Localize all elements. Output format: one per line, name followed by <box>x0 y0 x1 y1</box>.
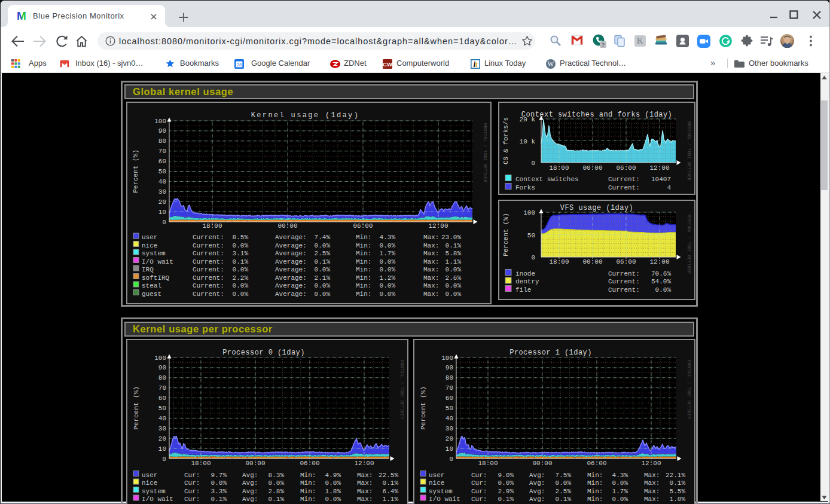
svg-text:0: 0 <box>162 456 166 463</box>
svg-text:VFS usage (1day): VFS usage (1day) <box>560 204 633 212</box>
svg-text:Min:: Min: <box>300 488 316 495</box>
svg-text:Avg:: Avg: <box>242 472 258 479</box>
svg-text:Min:: Min: <box>356 274 371 282</box>
svg-text:0.1%: 0.1% <box>233 258 249 265</box>
svg-text:0.0%: 0.0% <box>315 291 331 298</box>
svg-text:Cur:: Cur: <box>184 479 200 487</box>
svg-text:18:00: 18:00 <box>202 222 222 230</box>
svg-text:lt: lt <box>474 60 478 69</box>
svg-text:nice: nice <box>142 242 157 249</box>
svg-text:Current:: Current: <box>193 258 224 265</box>
svg-text:Current:: Current: <box>193 242 224 249</box>
svg-text:0.0%: 0.0% <box>445 266 462 273</box>
svg-text:00:00: 00:00 <box>532 460 552 467</box>
svg-text:Max:: Max: <box>423 234 439 241</box>
svg-text:0.0%: 0.0% <box>315 242 331 249</box>
svg-text:Cur:: Cur: <box>471 488 487 495</box>
svg-text:0.1%: 0.1% <box>498 496 514 503</box>
svg-text:Min:: Min: <box>356 266 371 273</box>
svg-text:Average:: Average: <box>275 242 307 249</box>
svg-text:Min:: Min: <box>300 496 316 503</box>
svg-text:0.0%: 0.0% <box>325 479 341 487</box>
svg-text:RRDTOOL / TOBI OETIKER: RRDTOOL / TOBI OETIKER <box>686 215 691 274</box>
svg-text:0.0%: 0.0% <box>233 266 249 273</box>
svg-text:2.6%: 2.6% <box>445 274 462 282</box>
svg-text:23.0%: 23.0% <box>441 234 461 241</box>
svg-text:0.0%: 0.0% <box>655 286 672 294</box>
svg-text:Context switches and forks (1: Context switches and forks (1day) <box>521 111 673 119</box>
svg-text:2.5%: 2.5% <box>556 488 572 495</box>
svg-text:0.0%: 0.0% <box>233 282 249 289</box>
svg-text:Context switches: Context switches <box>515 176 579 183</box>
svg-text:Min:: Min: <box>356 250 371 257</box>
svg-text:12:00: 12:00 <box>428 222 448 230</box>
svg-text:10 k: 10 k <box>520 138 536 145</box>
svg-text:0.0%: 0.0% <box>612 496 628 503</box>
svg-text:Min:: Min: <box>356 282 371 289</box>
svg-text:guest: guest <box>142 291 161 298</box>
svg-text:0.1%: 0.1% <box>670 479 686 487</box>
svg-text:Average:: Average: <box>275 282 307 289</box>
svg-text:Max:: Max: <box>423 266 439 273</box>
svg-text:Percent (%): Percent (%) <box>502 213 509 256</box>
svg-text:2.8%: 2.8% <box>268 488 285 495</box>
svg-text:RRDTOOL / TOBI OETIKER: RRDTOOL / TOBI OETIKER <box>399 360 404 420</box>
svg-text:Cur:: Cur: <box>471 472 487 479</box>
svg-text:Min:: Min: <box>300 472 316 479</box>
svg-text:Max:: Max: <box>357 488 373 495</box>
svg-text:Average:: Average: <box>275 274 307 282</box>
svg-text:1.1%: 1.1% <box>445 258 462 265</box>
svg-text:4.3%: 4.3% <box>612 472 628 479</box>
svg-text:CS & forks/s: CS & forks/s <box>502 117 509 164</box>
svg-text:Max:: Max: <box>644 479 660 487</box>
svg-text:20: 20 <box>158 198 166 206</box>
svg-text:Current:: Current: <box>608 286 640 294</box>
svg-text:1.1%: 1.1% <box>383 496 399 503</box>
svg-text:0.0%: 0.0% <box>315 266 331 273</box>
svg-text:Avg:: Avg: <box>242 488 258 495</box>
svg-text:Average:: Average: <box>275 250 307 257</box>
svg-text:nice: nice <box>142 479 157 487</box>
svg-text:0.0%: 0.0% <box>498 479 514 487</box>
svg-text:Min:: Min: <box>356 291 371 298</box>
svg-text:Current:: Current: <box>193 282 224 289</box>
svg-text:10: 10 <box>158 445 166 453</box>
svg-text:100: 100 <box>154 118 166 125</box>
svg-text:06:00: 06:00 <box>616 258 636 265</box>
svg-text:0.0%: 0.0% <box>612 479 628 487</box>
svg-text:Max:: Max: <box>423 258 439 265</box>
svg-text:60: 60 <box>158 158 166 165</box>
svg-text:0: 0 <box>449 456 453 463</box>
svg-text:Min:: Min: <box>356 242 371 249</box>
svg-text:0.0%: 0.0% <box>268 479 285 487</box>
svg-text:50: 50 <box>527 232 535 239</box>
svg-text:70: 70 <box>158 384 166 392</box>
svg-text:12:00: 12:00 <box>649 164 669 172</box>
svg-text:1.0%: 1.0% <box>670 496 686 503</box>
svg-text:1.2%: 1.2% <box>380 274 396 282</box>
svg-text:Average:: Average: <box>275 291 307 298</box>
svg-text:06:00: 06:00 <box>587 460 606 467</box>
svg-text:Cur:: Cur: <box>184 488 200 495</box>
svg-text:30: 30 <box>158 188 166 196</box>
svg-text:Max:: Max: <box>423 250 439 257</box>
svg-text:0.0%: 0.0% <box>380 291 396 298</box>
svg-text:Min:: Min: <box>587 488 603 495</box>
svg-text:8.3%: 8.3% <box>268 472 285 479</box>
svg-text:W: W <box>548 60 554 68</box>
svg-text:0.0%: 0.0% <box>233 291 249 298</box>
svg-text:Current:: Current: <box>193 291 224 298</box>
svg-text:0.0%: 0.0% <box>233 242 249 249</box>
svg-text:20: 20 <box>445 435 453 442</box>
svg-text:0.0%: 0.0% <box>211 479 227 487</box>
svg-text:file: file <box>515 286 531 294</box>
svg-text:80: 80 <box>445 374 453 381</box>
svg-text:4: 4 <box>667 184 671 191</box>
svg-text:12:00: 12:00 <box>641 460 661 467</box>
svg-text:1.7%: 1.7% <box>612 488 628 495</box>
svg-text:8.5%: 8.5% <box>233 234 249 241</box>
svg-text:0.0%: 0.0% <box>315 282 331 289</box>
svg-text:Current:: Current: <box>193 234 224 241</box>
svg-text:RRDTOOL / TOBI OETIKER: RRDTOOL / TOBI OETIKER <box>686 121 691 181</box>
svg-text:system: system <box>429 488 453 495</box>
